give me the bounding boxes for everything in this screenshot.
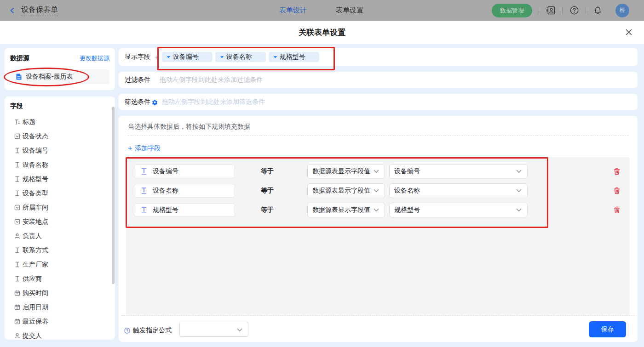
caret-down-icon <box>220 56 224 59</box>
filter-conditions-label: 过滤条件 <box>125 76 150 84</box>
formula-select[interactable] <box>179 322 248 337</box>
gear-icon[interactable] <box>152 99 158 105</box>
screen-drop-placeholder: 拖动左侧字段到此处来添加筛选条件 <box>162 98 265 106</box>
field-item[interactable]: 生产厂家 <box>5 257 115 272</box>
select-icon <box>14 219 20 225</box>
back-icon[interactable] <box>9 8 15 13</box>
field-item[interactable]: 最近保养 <box>5 314 115 329</box>
field-item[interactable]: 联系方式 <box>5 243 115 257</box>
fields-title: 字段 <box>10 102 115 110</box>
rule-operator: 等于 <box>261 206 274 214</box>
divider <box>539 7 539 14</box>
datasource-item[interactable]: 设备档案-履历表 <box>10 69 109 84</box>
topbar-tabs: 表单设计 表单设置 <box>279 0 363 21</box>
rule-value-select[interactable]: 规格型号 <box>389 203 528 217</box>
help-circle-icon[interactable] <box>124 328 130 334</box>
dashed-divider <box>128 136 628 136</box>
display-field-tag[interactable]: 设备编号 <box>162 52 213 62</box>
rule-value-select[interactable]: 设备编号 <box>389 164 528 179</box>
field-item[interactable]: 设备编号 <box>5 143 115 158</box>
fill-rules-header: 当选择具体数据后，将按如下规则填充数据 <box>128 121 250 131</box>
document-icon <box>16 73 22 80</box>
rule-value-select[interactable]: 设备名称 <box>389 183 528 198</box>
field-item[interactable]: 规格型号 <box>5 172 115 186</box>
rule-target-field[interactable]: 设备编号 <box>134 165 235 178</box>
modal-header: 关联表单设置 <box>0 21 644 44</box>
person-icon <box>14 233 20 239</box>
save-button[interactable]: 保存 <box>589 321 626 337</box>
add-display-field-button[interactable]: + <box>155 53 159 61</box>
datasource-item-label: 设备档案-履历表 <box>26 73 73 81</box>
tab-form-settings[interactable]: 表单设置 <box>336 6 363 15</box>
field-item[interactable]: 提交人 <box>5 329 115 340</box>
trigger-formula-label: 触发指定公式 <box>133 326 172 335</box>
modal-footer: 触发指定公式 保存 <box>119 316 638 342</box>
rule-source-select[interactable]: 数据源表显示字段值 <box>307 203 385 217</box>
field-item[interactable]: 所属车间 <box>5 200 115 215</box>
rule-operator: 等于 <box>261 167 274 176</box>
field-item[interactable]: 设备状态 <box>5 129 115 143</box>
change-datasource-link[interactable]: 更改数据源 <box>80 54 109 63</box>
close-icon[interactable] <box>625 28 633 36</box>
delete-rule-icon[interactable] <box>613 187 621 194</box>
text-icon <box>14 190 20 197</box>
plus-icon: + <box>128 144 132 153</box>
chevron-down-icon <box>516 208 522 212</box>
select-icon <box>14 133 20 140</box>
topbar: 设备保养单 表单设计 表单设置 数据管理 检 <box>0 0 644 21</box>
display-field-tag[interactable]: 规格型号 <box>269 52 319 62</box>
date-icon <box>14 319 20 325</box>
add-field-button[interactable]: + 添加字段 <box>128 143 161 154</box>
filter-conditions-row[interactable]: 过滤条件 拖动左侧字段到此处来添加过滤条件 <box>119 72 638 88</box>
person-icon <box>14 333 20 339</box>
tab-form-design[interactable]: 表单设计 <box>279 6 307 15</box>
delete-rule-icon[interactable] <box>613 206 621 214</box>
data-manage-button[interactable]: 数据管理 <box>492 4 532 17</box>
rule-row: 设备编号 等于 数据源表显示字段值 设备编号 <box>134 165 630 178</box>
field-item[interactable]: 启用日期 <box>5 300 115 314</box>
datasource-panel: 数据源 更改数据源 设备档案-履历表 <box>5 48 115 90</box>
help-icon[interactable] <box>569 6 579 16</box>
chevron-down-icon <box>516 189 522 193</box>
rule-row: 规格型号 等于 数据源表显示字段值 规格型号 <box>134 203 630 217</box>
rule-source-select[interactable]: 数据源表显示字段值 <box>307 164 385 179</box>
text-input-icon <box>141 206 147 214</box>
text-input-icon <box>141 187 147 194</box>
avatar[interactable]: 检 <box>615 4 629 17</box>
date-icon <box>14 290 20 296</box>
rule-target-field[interactable]: 规格型号 <box>134 203 235 217</box>
field-item[interactable]: 安装地点 <box>5 215 115 229</box>
display-fields-label: 显示字段 <box>125 53 150 61</box>
notification-bell-icon[interactable] <box>592 6 603 16</box>
related-form-settings-modal: 关联表单设置 数据源 更改数据源 设备档案-履历表 字段 标题 设备状态 设备编… <box>0 21 644 347</box>
display-field-tag[interactable]: 设备名称 <box>215 52 266 62</box>
delete-rule-icon[interactable] <box>613 168 621 175</box>
text-icon <box>14 262 20 268</box>
rule-row: 设备名称 等于 数据源表显示字段值 设备名称 <box>134 184 630 198</box>
display-fields-row: 显示字段 + 设备编号 设备名称 规格型号 <box>119 48 638 66</box>
chevron-down-icon <box>374 189 379 193</box>
datasource-title: 数据源 <box>10 54 29 63</box>
modal-title: 关联表单设置 <box>0 21 644 44</box>
screen-conditions-row[interactable]: 筛选条件 拖动左侧字段到此处来添加筛选条件 <box>119 94 638 110</box>
text-icon <box>14 247 20 254</box>
field-item[interactable]: 标题 <box>5 115 115 129</box>
divider <box>562 7 563 14</box>
caret-down-icon <box>273 56 277 59</box>
form-title[interactable]: 设备保养单 <box>21 5 58 16</box>
filter-drop-placeholder: 拖动左侧字段到此处来添加过滤条件 <box>160 76 263 84</box>
field-item[interactable]: 设备名称 <box>5 158 115 172</box>
field-item[interactable]: 负责人 <box>5 229 115 243</box>
field-item[interactable]: 设备类型 <box>5 186 115 200</box>
rule-target-field[interactable]: 设备名称 <box>134 184 235 198</box>
text-icon <box>14 148 20 154</box>
field-item[interactable]: 购买时间 <box>5 286 115 300</box>
rule-source-select[interactable]: 数据源表显示字段值 <box>307 183 385 198</box>
chevron-down-icon <box>237 328 242 332</box>
contact-card-icon[interactable] <box>546 6 556 16</box>
chevron-down-icon <box>516 170 522 173</box>
field-item[interactable]: 供应商 <box>5 272 115 286</box>
date-icon <box>14 304 20 311</box>
sidebar-scrollbar[interactable] <box>112 107 115 284</box>
text-icon <box>14 276 20 282</box>
